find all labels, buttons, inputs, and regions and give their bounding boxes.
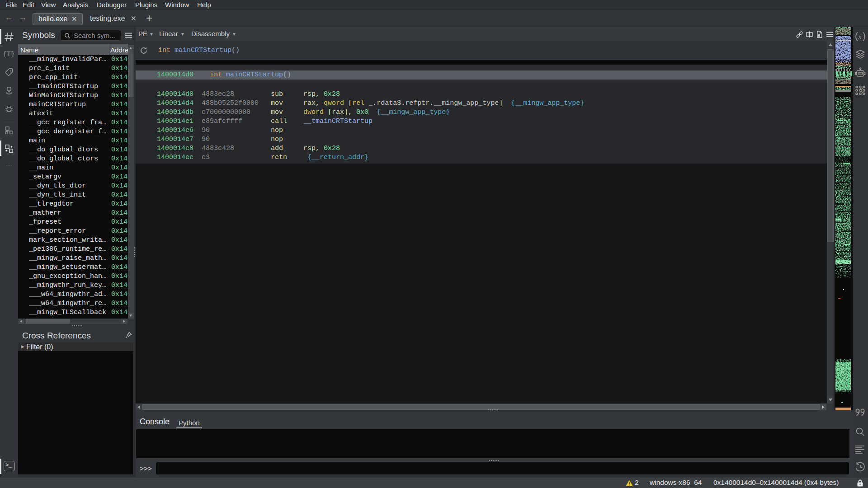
svg-text:x: x	[858, 33, 862, 40]
